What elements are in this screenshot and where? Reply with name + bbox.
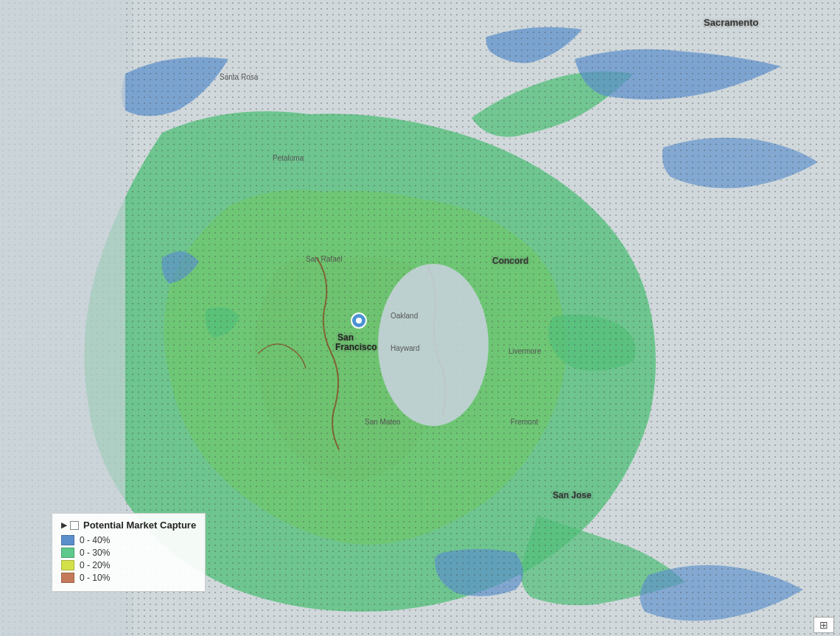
legend-item-30: 0 - 30% [61,548,196,558]
legend-label-40: 0 - 40% [80,535,110,545]
legend-label-30: 0 - 30% [80,548,110,558]
map-container: Sacramento Sacramento Concord Concord Sa… [0,0,840,636]
legend-color-10 [61,573,74,583]
svg-text:Francisco: Francisco [335,342,377,352]
legend-title: Potential Market Capture [83,520,196,531]
svg-text:San Mateo: San Mateo [365,418,401,426]
legend-title-row: ▶ Potential Market Capture [61,520,196,531]
svg-text:Sacramento: Sacramento [704,17,758,28]
svg-text:Hayward: Hayward [391,344,419,352]
legend-color-20 [61,560,74,570]
toolbar: ⊞ [808,614,840,636]
svg-point-8 [356,318,362,324]
legend-item-10: 0 - 10% [61,573,196,583]
expand-button[interactable]: ⊞ [813,617,834,633]
legend-label-20: 0 - 20% [80,560,110,570]
legend-item-20: 0 - 20% [61,560,196,570]
legend-item-40: 0 - 40% [61,535,196,545]
legend-checkbox [70,521,79,530]
svg-text:Oakland: Oakland [391,312,418,320]
svg-text:Livermore: Livermore [508,347,542,355]
legend-label-10: 0 - 10% [80,573,110,583]
legend-box: ▶ Potential Market Capture 0 - 40% 0 - 3… [52,513,206,592]
svg-text:Fremont: Fremont [511,418,538,426]
svg-text:Petaluma: Petaluma [273,154,304,162]
legend-color-40 [61,535,74,545]
svg-text:San Jose: San Jose [553,490,592,500]
svg-text:San Rafael: San Rafael [306,255,342,263]
svg-text:Santa Rosa: Santa Rosa [220,73,259,81]
svg-text:Concord: Concord [492,256,528,266]
legend-color-30 [61,548,74,558]
expand-icon: ⊞ [819,619,828,631]
legend-arrow-icon: ▶ [61,521,67,529]
svg-text:San: San [337,332,354,343]
